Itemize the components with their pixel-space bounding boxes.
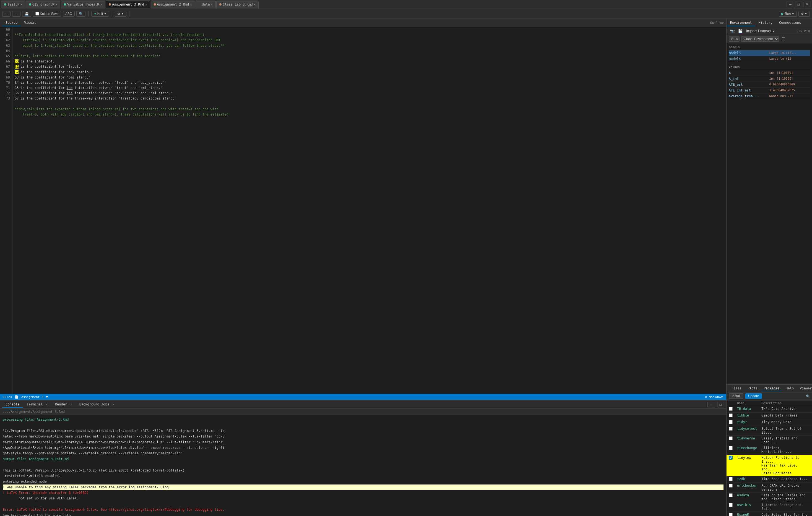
forward-button[interactable]: → — [12, 11, 21, 17]
terminal-close-icon[interactable]: ✕ — [46, 402, 48, 406]
knit-button[interactable]: ✦ Knit ▼ — [91, 11, 109, 17]
close-icon[interactable]: ✕ — [100, 3, 102, 6]
knit-on-save-button[interactable]: Knit on Save — [33, 11, 61, 17]
env-row-A[interactable]: A int [1:10000] — [729, 70, 810, 76]
pkg-name-tibble[interactable]: tibble — [737, 414, 749, 417]
bg-jobs-close-icon[interactable]: ✕ — [112, 402, 114, 406]
back-button[interactable]: ← — [2, 11, 10, 17]
source-tab[interactable]: Source — [2, 20, 21, 26]
pkg-name-UsingR[interactable]: UsingR — [737, 513, 749, 516]
maximize-btn[interactable]: □ — [795, 2, 802, 7]
close-icon[interactable]: ✕ — [190, 3, 192, 6]
pkg-name-timechange[interactable]: timechange — [737, 446, 757, 450]
close-icon[interactable]: ✕ — [55, 3, 57, 6]
visual-tab[interactable]: Visual — [21, 20, 39, 26]
pkg-checkbox-urlchecker[interactable] — [729, 484, 733, 488]
code-editor[interactable]: 60 61 62 63 64 65 66 67 68 69 70 71 72 7… — [0, 27, 726, 394]
close-icon[interactable]: ✕ — [145, 3, 147, 6]
search-button[interactable]: 🔍 — [76, 11, 85, 17]
pkg-name-tidyr[interactable]: tidyr — [737, 420, 747, 424]
console-highlight-line: I was unable to find any missing LaTeX p… — [3, 485, 724, 490]
pkg-name-usdata[interactable]: usdata — [737, 493, 749, 497]
minimize-btn[interactable]: ─ — [787, 2, 794, 7]
settings-button[interactable]: ⚙ ▼ — [115, 11, 126, 17]
render-close-icon[interactable]: ✕ — [70, 402, 72, 406]
close-icon[interactable]: ✕ — [211, 3, 213, 6]
env-row-A-int[interactable]: A_int int [1:10000] — [729, 76, 810, 82]
code-line-73: **Now,calculate the expected outcome (bl… — [14, 107, 724, 112]
tab-class-lab[interactable]: Class Lab 3.Rmd ✕ — [216, 1, 259, 8]
close-btn[interactable]: ✕ — [803, 2, 811, 7]
pkg-name-usethis[interactable]: usethis — [737, 503, 751, 507]
pkg-name-tinytex[interactable]: tinytex — [737, 456, 751, 460]
render-tab[interactable]: Render ✕ — [52, 401, 76, 408]
import-dropdown-arrow[interactable]: ▼ — [773, 30, 775, 33]
pkg-checkbox-tidyr[interactable] — [729, 420, 733, 424]
r-version-select[interactable]: R — [729, 36, 740, 42]
pkg-checkbox-tinytex[interactable] — [729, 456, 733, 460]
rerun-button[interactable]: ↺ ▼ — [799, 11, 810, 17]
install-button[interactable]: Install — [729, 393, 744, 399]
tab-assignment3[interactable]: Assignment 3.Rmd ✕ — [106, 1, 150, 8]
pkg-name-TH-data[interactable]: TH.data — [737, 407, 751, 411]
pkg-name-tzdb[interactable]: tzdb — [737, 477, 745, 481]
pkg-checkbox-tidyverse[interactable] — [729, 436, 733, 440]
run-dropdown-arrow[interactable]: ▼ — [791, 12, 794, 15]
pkg-name-tidyselect[interactable]: tidyselect — [737, 427, 757, 431]
code-line-70: β6 is the coefficient for the interactio… — [14, 91, 724, 96]
pkg-name-urlchecker[interactable]: urlchecker — [737, 484, 757, 488]
tab-test-r[interactable]: test.R ✕ — [1, 1, 25, 8]
knit-on-save-checkbox[interactable] — [35, 12, 39, 16]
console-tab[interactable]: Console — [2, 401, 23, 408]
save-button[interactable]: 💾 — [22, 11, 31, 17]
env-row-ATE-int-est[interactable]: ATE_int_est 1.496848407075 — [729, 88, 810, 93]
viewer-tab[interactable]: Viewer — [797, 386, 812, 391]
camera-btn[interactable]: 📷 — [729, 28, 736, 34]
packages-tab[interactable]: Packages — [761, 386, 782, 391]
env-row-ATE-est[interactable]: ATE_est 0.995640816569 — [729, 82, 810, 88]
console-line: sers\Kathr\AppData\Local\R\win-library\4… — [3, 439, 724, 445]
import-dataset-btn[interactable]: Import Dataset ▼ — [745, 28, 776, 34]
files-tab[interactable]: Files — [729, 386, 744, 391]
connections-tab[interactable]: Connections — [776, 20, 804, 26]
env-row-model4[interactable]: model4 Large lm (12 — [729, 56, 810, 62]
tab-data[interactable]: data ✕ — [196, 1, 216, 8]
tab-assignment2[interactable]: Assignment 2.Rmd ✕ — [151, 1, 195, 8]
close-icon[interactable]: ✕ — [21, 3, 22, 6]
list-grid-toggle[interactable]: ☰ — [781, 36, 786, 42]
pkg-checkbox-TH-data[interactable] — [729, 407, 733, 411]
run-button[interactable]: ▶ Run ▼ — [779, 11, 797, 17]
spell-button[interactable]: ABC — [63, 11, 75, 17]
background-jobs-tab[interactable]: Background Jobs ✕ — [76, 401, 118, 408]
floppy-btn[interactable]: 💾 — [737, 28, 744, 34]
outline-button[interactable]: Outline — [710, 21, 724, 25]
pkg-row-tidyselect: tidyselect Select from a Set of St... — [727, 426, 812, 435]
pkg-checkbox-tzdb[interactable] — [729, 477, 733, 481]
tab-gis-graph[interactable]: GIS_Graph.R ✕ — [26, 1, 60, 8]
pkg-checkbox-UsingR[interactable] — [729, 513, 733, 516]
maximize-panel-btn[interactable]: □ — [717, 402, 724, 407]
global-env-select[interactable]: Global Environment — [741, 36, 779, 42]
tab-variable-types[interactable]: Variable Types.R ✕ — [61, 1, 105, 8]
pkg-checkbox-timechange[interactable] — [729, 446, 733, 450]
knit-dropdown-arrow[interactable]: ▼ — [104, 12, 107, 15]
update-button[interactable]: Update — [745, 393, 762, 399]
history-tab[interactable]: History — [755, 20, 776, 26]
pkg-name-tidyverse[interactable]: tidyverse — [737, 436, 755, 440]
tab-dot — [199, 3, 201, 5]
help-tab[interactable]: Help — [783, 386, 796, 391]
pkg-checkbox-usdata[interactable] — [729, 493, 733, 497]
terminal-tab[interactable]: Terminal ✕ — [24, 401, 51, 408]
pkg-checkbox-tibble[interactable] — [729, 414, 733, 417]
pkg-checkbox-tidyselect[interactable] — [729, 427, 733, 431]
close-icon[interactable]: ✕ — [254, 3, 256, 6]
tab-dot — [154, 3, 156, 5]
env-row-model3[interactable]: model3 Large lm (12... — [729, 50, 810, 56]
environment-tab[interactable]: Environment — [727, 20, 755, 26]
minimize-panel-btn[interactable]: ─ — [707, 402, 715, 407]
env-row-average-trea[interactable]: average_trea... Named num -11 — [729, 93, 810, 99]
console-content[interactable]: processing file: Assignment-3.Rmd "C:/Pr… — [0, 415, 726, 516]
pkg-checkbox-usethis[interactable] — [729, 503, 733, 507]
code-lines[interactable]: **To calculate the estimated effect of t… — [12, 27, 726, 394]
plots-tab[interactable]: Plots — [745, 386, 760, 391]
